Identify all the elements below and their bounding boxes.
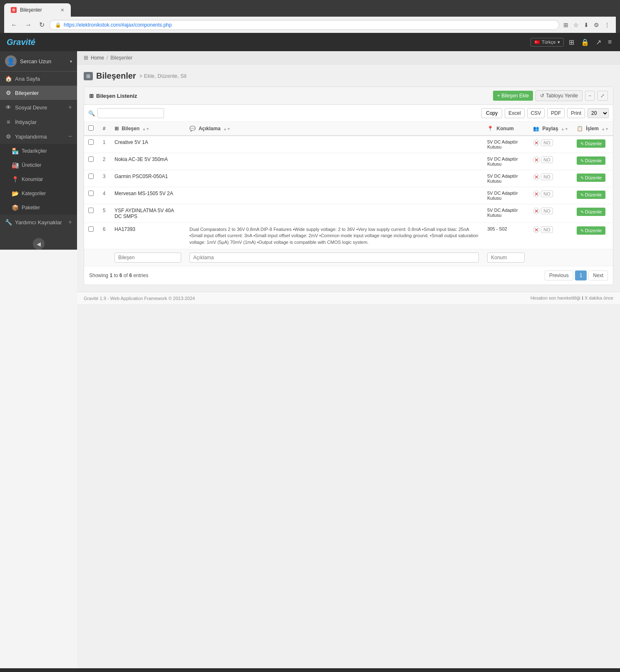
sidebar-toggle-button[interactable]: ◀ bbox=[33, 238, 45, 250]
edit-button-5[interactable]: ✎ Düzenle bbox=[577, 226, 605, 235]
sidebar-item-konumlar[interactable]: 📍 Konumlar bbox=[0, 172, 77, 186]
menu-icon[interactable]: ⋮ bbox=[603, 20, 612, 30]
row-checkbox-5[interactable] bbox=[88, 226, 94, 232]
row-aciklama-4 bbox=[185, 204, 483, 223]
row-bilesin-2: Garmin PSC05R-050A1 bbox=[110, 170, 185, 187]
page-header: ⊞ Bileşenler > Ekle, Düzenle, Sil bbox=[84, 71, 613, 81]
edit-button-4[interactable]: ✎ Düzenle bbox=[577, 208, 605, 216]
sort-aciklama-icon[interactable]: ▲▼ bbox=[223, 127, 231, 131]
sidebar-submenu: 🏪 Tedarikçiler 🏭 Üreticiler 📍 Konumlar 📂… bbox=[0, 144, 77, 215]
paylas-x-icon-2[interactable]: ✕ bbox=[533, 174, 540, 180]
sort-bilesin-icon[interactable]: ▲▼ bbox=[142, 127, 149, 131]
sort-paylas-icon[interactable]: ▲▼ bbox=[561, 127, 568, 131]
new-aciklama-input[interactable] bbox=[189, 253, 479, 263]
translate-icon[interactable]: ⊞ bbox=[562, 20, 570, 30]
new-konum-input[interactable] bbox=[487, 253, 525, 263]
row-num-2: 3 bbox=[98, 170, 110, 187]
edit-button-3[interactable]: ✎ Düzenle bbox=[577, 191, 605, 199]
address-bar[interactable]: 🔒 https://elektronikstok.com/#ajax/compo… bbox=[50, 20, 559, 30]
sidebar-item-yardimci-kaynaklar[interactable]: 🔧 Yardımcı Kaynaklar + bbox=[0, 215, 77, 230]
tools-icon: 🔧 bbox=[5, 219, 12, 226]
page-1-button[interactable]: 1 bbox=[575, 270, 587, 280]
collapse-panel-button[interactable]: − bbox=[585, 91, 595, 101]
grid-icon[interactable]: ⊞ bbox=[567, 37, 576, 48]
csv-button[interactable]: CSV bbox=[527, 108, 545, 118]
save-icon[interactable]: ⬇ bbox=[582, 20, 590, 30]
browser-tab[interactable]: B Bileşenler × bbox=[4, 3, 71, 17]
previous-page-button[interactable]: Previous bbox=[545, 270, 573, 280]
star-icon[interactable]: ☆ bbox=[572, 20, 580, 30]
expand-panel-button[interactable]: ⤢ bbox=[597, 91, 608, 101]
sidebar-label-paketler: Paketler bbox=[22, 205, 40, 211]
row-checkbox-2[interactable] bbox=[88, 174, 94, 179]
row-paylas-3: ✕ NO bbox=[529, 187, 573, 204]
sidebar-item-bilesenler[interactable]: ⚙ Bileşenler bbox=[0, 86, 77, 100]
edit-button-2[interactable]: ✎ Düzenle bbox=[577, 174, 605, 182]
excel-button[interactable]: Excel bbox=[505, 108, 524, 118]
row-islem-0: ✎ Düzenle bbox=[573, 136, 613, 153]
per-page-select[interactable]: 20 50 100 bbox=[588, 108, 609, 118]
th-paylas[interactable]: 👥 Paylaş ▲▼ bbox=[529, 122, 573, 136]
components-icon: ⚙ bbox=[5, 89, 12, 96]
th-islem-label: İşlem bbox=[586, 126, 599, 131]
sidebar-item-kategoriler[interactable]: 📂 Kategoriler bbox=[0, 186, 77, 201]
print-button[interactable]: Print bbox=[567, 108, 585, 118]
row-checkbox-1[interactable] bbox=[88, 156, 94, 162]
add-component-button[interactable]: + Bileşen Ekle bbox=[493, 91, 533, 101]
next-page-button[interactable]: Next bbox=[588, 270, 608, 280]
th-islem[interactable]: 📋 İşlem ▲▼ bbox=[573, 122, 613, 136]
row-num-4: 5 bbox=[98, 204, 110, 223]
lock-icon[interactable]: 🔒 bbox=[579, 37, 591, 48]
sidebar-item-ureticiler[interactable]: 🏭 Üreticiler bbox=[0, 158, 77, 172]
pdf-button[interactable]: PDF bbox=[547, 108, 565, 118]
new-tab-button[interactable]: + bbox=[71, 10, 74, 17]
location-col-icon: 📍 bbox=[487, 126, 493, 131]
paylas-x-icon-0[interactable]: ✕ bbox=[533, 139, 540, 146]
social-icon: 👁 bbox=[5, 104, 12, 111]
sidebar-label-bilesenler: Bileşenler bbox=[15, 90, 39, 96]
paylas-x-icon-5[interactable]: ✕ bbox=[533, 226, 540, 233]
sidebar-item-yapilandirma[interactable]: ⚙ Yapılandırma − bbox=[0, 129, 77, 144]
panel-header: ⊞ Bileşen Listeniz + Bileşen Ekle ↺ Tabl… bbox=[84, 87, 613, 105]
select-all-checkbox[interactable] bbox=[88, 125, 94, 131]
paylas-x-icon-3[interactable]: ✕ bbox=[533, 191, 540, 197]
sidebar-user[interactable]: 👤 Sercan Uzun ▾ bbox=[0, 51, 77, 72]
th-konum[interactable]: 📍 Konum bbox=[483, 122, 529, 136]
new-bilesin-input[interactable] bbox=[115, 253, 181, 263]
package-icon: 📦 bbox=[12, 204, 18, 211]
row-checkbox-4[interactable] bbox=[88, 208, 94, 213]
hamburger-icon[interactable]: ≡ bbox=[606, 37, 613, 47]
breadcrumb-home[interactable]: Home bbox=[91, 55, 104, 61]
sidebar-item-ihtiyaclar[interactable]: ≡ İhtiyaçlar bbox=[0, 115, 77, 129]
forward-button[interactable]: → bbox=[22, 20, 34, 30]
browser-toolbar: ← → ↻ 🔒 https://elektronikstok.com/#ajax… bbox=[4, 17, 616, 33]
app-footer: Gravité 1.9 - Web Application Framework … bbox=[77, 292, 620, 304]
sidebar-item-tedarikciler[interactable]: 🏪 Tedarikçiler bbox=[0, 144, 77, 158]
sidebar-item-sosyal-devre[interactable]: 👁 Sosyal Devre + bbox=[0, 100, 77, 115]
reload-button[interactable]: ↻ bbox=[37, 19, 47, 30]
sort-islem-icon[interactable]: ▲▼ bbox=[601, 127, 609, 131]
th-aciklama[interactable]: 💬 Açıklama ▲▼ bbox=[185, 122, 483, 136]
edit-button-0[interactable]: ✎ Düzenle bbox=[577, 139, 605, 148]
row-num-5: 6 bbox=[98, 223, 110, 249]
paylas-x-icon-1[interactable]: ✕ bbox=[533, 156, 540, 163]
copy-button[interactable]: Copy bbox=[481, 108, 502, 118]
back-button[interactable]: ← bbox=[8, 20, 20, 30]
refresh-table-button[interactable]: ↺ Tabloyu Yenile bbox=[535, 90, 583, 101]
row-checkbox-3[interactable] bbox=[88, 191, 94, 196]
tab-close-button[interactable]: × bbox=[61, 7, 64, 13]
th-paylas-label: Paylaş bbox=[543, 126, 558, 131]
edit-button-1[interactable]: ✎ Düzenle bbox=[577, 156, 605, 165]
flag-icon: 🇹🇷 bbox=[534, 40, 540, 45]
language-button[interactable]: 🇹🇷 Türkçe ▾ bbox=[530, 38, 564, 47]
row-aciklama-5: Dual Comparators 2 to 36V 0.8mA DIP-8 Fe… bbox=[185, 223, 483, 249]
sidebar-label-sosyal-devre: Sosyal Devre bbox=[15, 104, 47, 111]
th-bilesin[interactable]: ⊞ Bileşen ▲▼ bbox=[110, 122, 185, 136]
extensions-icon[interactable]: ⚙ bbox=[592, 20, 601, 30]
search-input[interactable] bbox=[97, 108, 164, 118]
share-icon[interactable]: ↗ bbox=[594, 37, 603, 48]
sidebar-item-ana-sayfa[interactable]: 🏠 Ana Sayfa bbox=[0, 72, 77, 86]
row-checkbox-0[interactable] bbox=[88, 139, 94, 145]
paylas-x-icon-4[interactable]: ✕ bbox=[533, 208, 540, 214]
sidebar-item-paketler[interactable]: 📦 Paketler bbox=[0, 201, 77, 215]
